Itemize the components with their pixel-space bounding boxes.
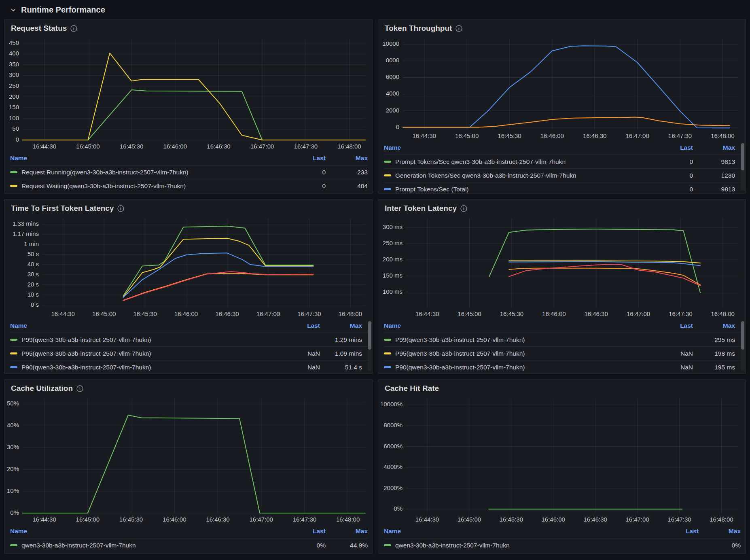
svg-text:16:47:30: 16:47:30 [294, 143, 318, 150]
legend-header-row: NameLastMax [384, 319, 741, 333]
legend-col-name[interactable]: Name [384, 322, 661, 329]
series-color-swatch [384, 544, 391, 546]
legend-series-label[interactable]: Generation Tokens/Sec qwen3-30b-a3b-inst… [384, 172, 661, 179]
legend-max-value: 195 ms [693, 364, 735, 371]
legend-col-last[interactable]: Last [664, 528, 699, 535]
svg-text:0: 0 [16, 136, 19, 143]
panel-header[interactable]: Cache Utilization [4, 380, 373, 394]
legend-header-row: NameLastMax [384, 524, 741, 538]
svg-text:16:44:30: 16:44:30 [415, 310, 439, 317]
svg-text:6000%: 6000% [383, 443, 403, 450]
legend-scrollbar[interactable] [741, 320, 745, 371]
info-icon[interactable] [460, 205, 467, 212]
svg-text:40 s: 40 s [28, 261, 39, 267]
legend-row: Prompt Tokens/Sec qwen3-30b-a3b-instruct… [384, 155, 741, 168]
legend-col-max[interactable]: Max [326, 528, 368, 535]
legend-row: P99(qwen3-30b-a3b-instruct-2507-vllm-7hu… [384, 333, 741, 346]
cache-utilization-chart[interactable]: 16:44:3016:45:0016:45:3016:46:0016:46:30… [4, 394, 373, 524]
chart-canvas[interactable]: 16:44:3016:45:0016:45:3016:46:0016:46:30… [4, 34, 373, 151]
svg-text:0%: 0% [10, 509, 19, 516]
legend-col-last[interactable]: Last [661, 322, 693, 329]
legend-series-label[interactable]: P99(qwen3-30b-a3b-instruct-2507-vllm-7hu… [10, 336, 288, 344]
svg-text:16:48:00: 16:48:00 [336, 516, 360, 523]
legend-series-label[interactable]: P90(qwen3-30b-a3b-instruct-2507-vllm-7hu… [10, 364, 288, 371]
legend-series-label[interactable]: Request Running(qwen3-30b-a3b-instruct-2… [10, 169, 291, 176]
legend-col-name[interactable]: Name [10, 322, 288, 329]
legend-col-max[interactable]: Max [693, 322, 735, 329]
panel-header[interactable]: Inter Token Latency [378, 199, 746, 214]
series-color-swatch [10, 171, 17, 173]
legend-series-label[interactable]: P95(qwen3-30b-a3b-instruct-2507-vllm-7hu… [10, 350, 288, 357]
info-icon[interactable] [70, 25, 77, 32]
ttft-latency-chart[interactable]: 16:44:3016:45:0016:45:3016:46:0016:46:30… [4, 214, 373, 319]
svg-text:16:48:00: 16:48:00 [339, 310, 362, 317]
cache-hit-rate-chart[interactable]: 16:44:3016:45:0016:45:3016:46:0016:46:30… [378, 394, 746, 524]
svg-text:16:47:00: 16:47:00 [250, 516, 273, 523]
legend-series-label[interactable]: qwen3-30b-a3b-instruct-2507-vllm-7hukn [10, 542, 291, 549]
legend-row: P95(qwen3-30b-a3b-instruct-2507-vllm-7hu… [10, 346, 368, 360]
legend-row: qwen3-30b-a3b-instruct-2507-vllm-7hukn0% [384, 538, 741, 552]
panel-request-status: Request Status 16:44:3016:45:0016:45:301… [4, 19, 373, 194]
legend-col-max[interactable]: Max [699, 528, 741, 535]
legend-col-last[interactable]: Last [291, 528, 326, 535]
chart-canvas[interactable]: 16:44:3016:45:0016:45:3016:46:0016:46:30… [378, 214, 746, 319]
panel-header[interactable]: Request Status [4, 19, 373, 34]
inter-token-latency-chart[interactable]: 16:44:3016:45:0016:45:3016:46:0016:46:30… [378, 214, 746, 319]
legend-col-max[interactable]: Max [320, 322, 362, 329]
legend-max-value: 0% [699, 542, 741, 549]
panel-header[interactable]: Token Throughput [378, 19, 746, 34]
legend-col-last[interactable]: Last [291, 155, 326, 162]
legend-row: P90(qwen3-30b-a3b-instruct-2507-vllm-7hu… [384, 360, 741, 373]
legend-series-label[interactable]: P99(qwen3-30b-a3b-instruct-2507-vllm-7hu… [384, 336, 661, 344]
legend-col-last[interactable]: Last [661, 144, 693, 151]
chart-canvas[interactable]: 16:44:3016:45:0016:45:3016:46:0016:46:30… [4, 394, 373, 524]
svg-text:16:46:00: 16:46:00 [174, 310, 198, 317]
panel-header[interactable]: Cache Hit Rate [378, 380, 746, 394]
legend-col-max[interactable]: Max [326, 155, 368, 162]
panel-header[interactable]: Time To First Token Latency [4, 199, 373, 214]
info-icon[interactable] [76, 385, 83, 392]
scrollbar-thumb[interactable] [741, 321, 744, 350]
svg-text:16:47:30: 16:47:30 [293, 516, 316, 523]
svg-text:16:45:00: 16:45:00 [458, 310, 481, 317]
legend-col-last[interactable]: Last [288, 322, 320, 329]
legend-col-name[interactable]: Name [10, 528, 291, 535]
chart-canvas[interactable]: 16:44:3016:45:0016:45:3016:46:0016:46:30… [4, 214, 373, 319]
legend-series-label[interactable]: Prompt Tokens/Sec (Total) [384, 186, 661, 193]
legend-scrollbar[interactable] [368, 320, 372, 371]
token-throughput-chart[interactable]: 16:44:3016:45:0016:45:3016:46:0016:46:30… [378, 34, 746, 141]
legend-col-max[interactable]: Max [693, 144, 735, 151]
request-status-chart[interactable]: 16:44:3016:45:0016:45:3016:46:0016:46:30… [4, 34, 373, 151]
svg-text:16:46:00: 16:46:00 [542, 310, 566, 317]
svg-text:16:46:00: 16:46:00 [163, 143, 187, 150]
scrollbar-thumb[interactable] [368, 321, 371, 350]
legend-col-name[interactable]: Name [384, 528, 664, 535]
legend-scrollbar[interactable] [741, 142, 745, 191]
legend-max-value: 51.4 s [320, 364, 362, 371]
svg-text:16:47:00: 16:47:00 [256, 310, 280, 317]
info-icon[interactable] [456, 25, 462, 32]
svg-text:16:48:00: 16:48:00 [337, 143, 361, 150]
chevron-down-icon[interactable] [11, 7, 16, 13]
scrollbar-thumb[interactable] [741, 143, 744, 170]
panel-inter-token-latency: Inter Token Latency 16:44:3016:45:0016:4… [378, 199, 746, 374]
svg-text:16:47:00: 16:47:00 [250, 143, 274, 150]
legend-series-label[interactable]: qwen3-30b-a3b-instruct-2507-vllm-7hukn [384, 542, 664, 549]
info-icon[interactable] [117, 205, 124, 212]
legend-col-name[interactable]: Name [384, 144, 661, 151]
legend-series-label[interactable]: P90(qwen3-30b-a3b-instruct-2507-vllm-7hu… [384, 364, 661, 371]
chart-canvas[interactable]: 16:44:3016:45:0016:45:3016:46:0016:46:30… [378, 34, 746, 141]
chart-canvas[interactable]: 16:44:3016:45:0016:45:3016:46:0016:46:30… [378, 394, 746, 524]
legend-series-label[interactable]: Request Waiting(qwen3-30b-a3b-instruct-2… [10, 182, 291, 190]
legend-last-value: 0 [291, 182, 326, 190]
svg-text:16:46:30: 16:46:30 [206, 516, 229, 523]
legend-row: P99(qwen3-30b-a3b-instruct-2507-vllm-7hu… [10, 333, 368, 346]
series-color-swatch [10, 544, 17, 546]
legend-series-label[interactable]: Prompt Tokens/Sec qwen3-30b-a3b-instruct… [384, 158, 661, 165]
row-runtime-performance[interactable]: Runtime Performance [0, 0, 750, 17]
legend-series-label[interactable]: P95(qwen3-30b-a3b-instruct-2507-vllm-7hu… [384, 350, 661, 357]
legend-header-row: NameLastMax [10, 319, 368, 333]
svg-text:20 s: 20 s [28, 281, 39, 288]
svg-text:16:46:00: 16:46:00 [163, 516, 186, 523]
legend-col-name[interactable]: Name [10, 155, 291, 162]
